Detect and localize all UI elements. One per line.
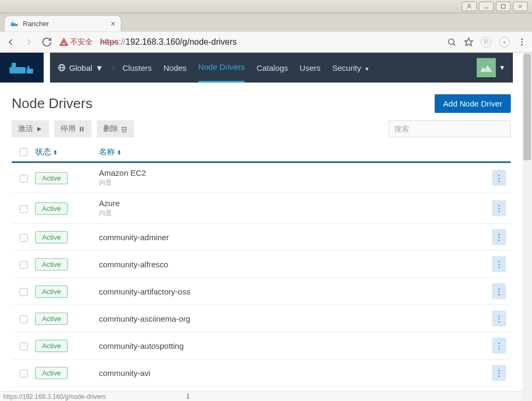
row-name-cell: Amazon EC2内置 [99,168,487,187]
extension-icon-2[interactable]: ✦ [499,37,510,47]
status-badge: Active [35,231,68,243]
table-row: ActiveAmazon EC2内置⋯ [12,163,511,193]
sort-icon: ▲▼ [53,150,57,155]
row-actions-cell: ⋯ [487,310,511,326]
row-select-cell [12,259,35,269]
scope-label: Global [69,63,92,72]
browser-address-bar: 不安全 https://192.168.3.160/g/node-drivers… [0,31,532,53]
row-actions-menu[interactable]: ⋯ [492,338,506,354]
add-node-driver-button[interactable]: Add Node Driver [435,94,511,113]
row-checkbox[interactable] [20,261,28,269]
tab-title: Rancher [23,20,49,28]
row-checkbox[interactable] [20,205,28,213]
driver-name: Amazon EC2 [99,168,487,177]
col-name-header[interactable]: 名称▲▼ [99,147,487,157]
forward-button[interactable] [23,37,34,47]
row-status-cell: Active [35,285,99,298]
sort-icon: ▲▼ [117,150,121,155]
activate-button[interactable]: 激活 [12,120,49,137]
status-badge: Active [35,172,68,184]
row-actions-menu[interactable]: ⋯ [492,365,506,381]
builtin-label: 内置 [99,209,487,218]
row-select-cell [12,203,35,213]
row-checkbox[interactable] [20,342,28,350]
row-actions-cell: ⋯ [487,229,511,245]
select-all-checkbox[interactable] [20,148,28,156]
svg-rect-5 [11,23,15,26]
address-bar-actions: 田 ✦ [447,37,527,47]
user-avatar [477,58,496,77]
svg-line-11 [453,44,455,46]
search-box [388,120,511,137]
row-actions-menu[interactable]: ⋯ [492,310,506,326]
row-name-cell: community-avi [99,369,487,378]
driver-name: Azure [99,199,487,208]
driver-name: community-artifactory-oss [99,287,487,296]
globe-icon [57,63,66,72]
play-icon [36,126,43,133]
tab-close-icon[interactable]: × [111,19,115,29]
user-window-icon[interactable] [462,2,477,11]
table-row: Activecommunity-autospotting⋯ [12,332,511,359]
row-checkbox[interactable] [20,175,28,183]
row-checkbox[interactable] [20,288,28,296]
nav-nodes[interactable]: Nodes [163,54,186,82]
search-input[interactable] [388,120,511,137]
url-path: 192.168.3.160/g/node-drivers [126,37,237,47]
vertical-scrollbar[interactable] [522,53,532,391]
kebab-icon: ⋯ [494,204,504,212]
insecure-warning[interactable]: 不安全 [60,37,93,47]
user-menu[interactable]: ▼ [477,58,505,77]
svg-marker-12 [465,38,473,46]
nav-catalogs[interactable]: Catalogs [256,54,288,82]
scrollbar-thumb[interactable] [523,54,531,160]
extension-icon-1[interactable]: 田 [481,37,492,47]
status-badge: Active [35,340,68,352]
row-actions-cell: ⋯ [487,338,511,354]
col-status-header[interactable]: 状态▲▼ [35,147,99,157]
nav-security[interactable]: Security ▼ [332,54,370,82]
url-display[interactable]: https://192.168.3.160/g/node-drivers [100,37,439,47]
row-name-cell: community-asciinema-org [99,314,487,323]
activate-label: 激活 [18,124,33,134]
row-select-cell [12,173,35,183]
row-actions-menu[interactable]: ⋯ [492,170,506,186]
deactivate-button[interactable]: 停用 [54,120,92,137]
svg-rect-24 [80,127,81,132]
nav-users[interactable]: Users [300,54,320,82]
browser-menu-icon[interactable] [517,37,527,47]
minimize-window-button[interactable] [479,2,494,11]
status-url: https://192.168.3.160/g/node-drivers [3,393,106,400]
scope-selector[interactable]: Global ▼ [57,63,111,72]
zoom-icon[interactable] [447,37,456,47]
svg-rect-19 [28,66,29,69]
bookmark-star-icon[interactable] [464,37,473,47]
row-actions-menu[interactable]: ⋯ [492,256,506,272]
kebab-icon: ⋯ [494,369,504,377]
kebab-icon: ⋯ [494,260,504,268]
nav-node-drivers[interactable]: Node Drivers [198,53,245,83]
row-actions-menu[interactable]: ⋯ [492,283,506,299]
deactivate-label: 停用 [61,124,76,134]
maximize-window-button[interactable] [496,2,511,11]
rancher-logo[interactable] [0,53,44,83]
row-select-cell [12,287,35,296]
table-row: Activecommunity-asciinema-org⋯ [12,305,511,332]
close-window-button[interactable] [513,2,528,11]
back-button[interactable] [5,37,16,47]
row-actions-menu[interactable]: ⋯ [492,200,506,216]
svg-point-9 [63,44,64,44]
row-select-cell [12,314,35,323]
row-checkbox[interactable] [20,234,28,242]
row-checkbox[interactable] [20,315,28,323]
reload-button[interactable] [41,37,52,47]
svg-point-13 [521,38,523,40]
svg-rect-16 [10,67,26,73]
delete-button[interactable]: 删除 [97,120,134,137]
browser-tab[interactable]: Rancher × [4,15,121,31]
nav-clusters[interactable]: Clusters [122,54,152,82]
status-badge: Active [35,313,68,325]
row-status-cell: Active [35,172,99,184]
row-checkbox[interactable] [20,370,28,378]
row-actions-menu[interactable]: ⋯ [492,229,506,245]
